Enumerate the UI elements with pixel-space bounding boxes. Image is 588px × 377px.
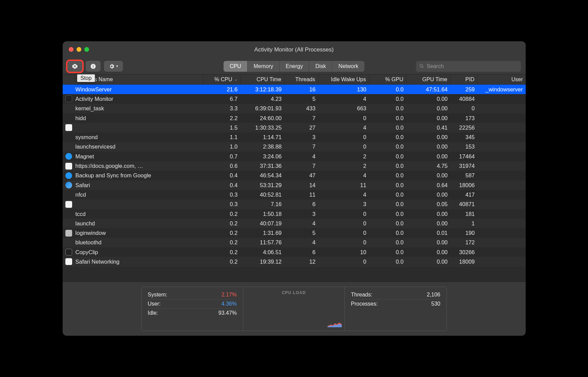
cell-user xyxy=(478,104,526,113)
cell-idle: 4 xyxy=(318,190,369,199)
minimize-icon[interactable] xyxy=(77,47,81,52)
table-row[interactable]: tccd0.21:50.18300.00.00181 xyxy=(63,209,526,219)
cell-user xyxy=(478,247,526,257)
thread-summary-panel: Threads:2,106Processes:530 xyxy=(345,287,446,331)
stat-row: Idle:93.47% xyxy=(148,309,237,317)
cell-idle: 0 xyxy=(318,228,369,238)
col-user[interactable]: User xyxy=(478,74,526,84)
table-row[interactable]: launchd0.240:07.19400.00.001 xyxy=(63,219,526,228)
cell-pid: 1 xyxy=(450,219,478,228)
cell-cpu: 0.3 xyxy=(203,190,240,199)
cell-pid: 40871 xyxy=(450,200,478,209)
info-button[interactable] xyxy=(86,61,101,72)
info-icon xyxy=(90,63,96,69)
table-row[interactable]: WindowServer21.63:12:18.39161300.047:51.… xyxy=(63,85,526,94)
tab-energy[interactable]: Energy xyxy=(279,61,309,72)
cell-gpu: 0.0 xyxy=(369,104,406,113)
chevron-down-icon: ▾ xyxy=(116,64,118,68)
col-idle-wake-ups[interactable]: Idle Wake Ups xyxy=(318,74,369,84)
cell-gputime: 0.64 xyxy=(406,180,450,190)
cell-gputime: 0.00 xyxy=(406,219,450,228)
search-field[interactable] xyxy=(416,61,521,72)
cell-cpu: 0.3 xyxy=(203,200,240,209)
process-icon xyxy=(63,257,75,266)
settings-button[interactable]: ▾ xyxy=(104,61,123,72)
cell-time: 46:54.34 xyxy=(240,171,285,180)
cell-user xyxy=(478,190,526,199)
col-threads[interactable]: Threads xyxy=(285,74,318,84)
cpu-load-panel: CPU LOAD xyxy=(243,287,345,331)
table-row[interactable]: bluetoothd0.211:57.76400.00.00172 xyxy=(63,238,526,247)
table-row[interactable]: Activity Monitor6.74.23540.00.0040884 xyxy=(63,94,526,104)
table-row[interactable]: loginwindow0.21:31.69500.00.01190 xyxy=(63,228,526,238)
cell-name: tccd xyxy=(75,209,203,219)
cell-threads: 7 xyxy=(285,113,318,123)
cell-time: 40:52.81 xyxy=(240,190,285,199)
cell-gpu: 0.0 xyxy=(369,200,406,209)
cell-gpu: 0.0 xyxy=(369,190,406,199)
cell-name: Safari xyxy=(75,180,203,190)
table-row[interactable]: sysmond1.11:14.71300.00.00345 xyxy=(63,132,526,142)
cell-gpu: 0.0 xyxy=(369,152,406,161)
col-pid[interactable]: PID xyxy=(450,74,478,84)
cell-threads: 433 xyxy=(285,104,318,113)
col-cpu[interactable]: % CPU⌄ xyxy=(203,74,240,84)
tab-disk[interactable]: Disk xyxy=(309,61,332,72)
table-header: Process Name % CPU⌄ CPU Time Threads Idl… xyxy=(63,74,526,85)
cell-idle: 0 xyxy=(318,209,369,219)
process-icon xyxy=(63,171,75,180)
stat-value: 2.17% xyxy=(222,292,237,298)
tab-cpu[interactable]: CPU xyxy=(224,61,247,72)
maximize-icon[interactable] xyxy=(84,47,89,52)
cell-user xyxy=(478,171,526,180)
search-input[interactable] xyxy=(426,63,517,69)
table-row[interactable]: nfcd0.340:52.811140.00.00417 xyxy=(63,190,526,199)
cell-cpu: 0.2 xyxy=(203,228,240,238)
activity-monitor-window: Activity Monitor (All Processes) ▾ CPUMe… xyxy=(63,41,526,336)
stop-process-button[interactable] xyxy=(67,61,82,72)
table-row[interactable]: Safari0.453:31.2914110.00.6418006 xyxy=(63,180,526,190)
cell-gpu: 0.0 xyxy=(369,171,406,180)
cell-name: CopyClip xyxy=(75,247,203,257)
table-row[interactable]: Magnet0.73:24.06420.00.0017464 xyxy=(63,152,526,161)
cell-pid: 417 xyxy=(450,190,478,199)
tab-memory[interactable]: Memory xyxy=(247,61,279,72)
stat-value: 93.47% xyxy=(218,310,237,316)
cell-idle: 0 xyxy=(318,219,369,228)
col-gpu-time[interactable]: GPU Time xyxy=(406,74,450,84)
cell-pid: 22256 xyxy=(450,123,478,132)
table-row[interactable]: 1.51:30:33.252740.00.4122256 xyxy=(63,123,526,132)
table-row[interactable]: Safari Networking0.219:39.121200.00.0018… xyxy=(63,257,526,266)
col-icon[interactable] xyxy=(63,74,75,84)
process-icon xyxy=(63,152,75,161)
close-icon[interactable] xyxy=(69,47,74,52)
cell-cpu: 0.2 xyxy=(203,219,240,228)
cell-time: 11:57.76 xyxy=(240,238,285,247)
titlebar: Activity Monitor (All Processes) xyxy=(63,41,526,58)
table-row[interactable]: 0.37.16630.00.0540871 xyxy=(63,200,526,209)
stat-row: Processes:530 xyxy=(351,300,440,308)
cell-gpu: 0.0 xyxy=(369,228,406,238)
cell-pid: 345 xyxy=(450,132,478,142)
cell-cpu: 2.2 xyxy=(203,113,240,123)
cell-idle: 0 xyxy=(318,132,369,142)
col-gpu[interactable]: % GPU xyxy=(369,74,406,84)
process-icon xyxy=(63,228,75,238)
table-row[interactable]: launchservicesd1.02:38.88700.00.00153 xyxy=(63,142,526,152)
table-row[interactable]: kernel_task3.36:39:01.934336630.00.000 xyxy=(63,104,526,113)
cell-gpu: 0.0 xyxy=(369,247,406,257)
col-cpu-time[interactable]: CPU Time xyxy=(240,74,285,84)
table-row[interactable]: CopyClip0.24:06.516100.00.0030266 xyxy=(63,247,526,257)
process-table[interactable]: WindowServer21.63:12:18.39161300.047:51.… xyxy=(63,85,526,282)
cell-name: Backup and Sync from Google xyxy=(75,171,203,180)
cell-time: 1:14.71 xyxy=(240,132,285,142)
cpu-summary-panel: System:2.17%User:4.36%Idle:93.47% xyxy=(142,287,243,331)
tab-network[interactable]: Network xyxy=(332,61,364,72)
cell-threads: 5 xyxy=(285,94,318,104)
table-row[interactable]: hidd2.224:60.00700.00.00173 xyxy=(63,113,526,123)
cell-idle: 663 xyxy=(318,104,369,113)
table-row[interactable]: https://docs.google.com, …0.637:31.36720… xyxy=(63,161,526,171)
table-row[interactable]: Backup and Sync from Google0.446:54.3447… xyxy=(63,171,526,180)
process-icon xyxy=(63,104,75,113)
stat-label: Processes: xyxy=(351,301,378,307)
